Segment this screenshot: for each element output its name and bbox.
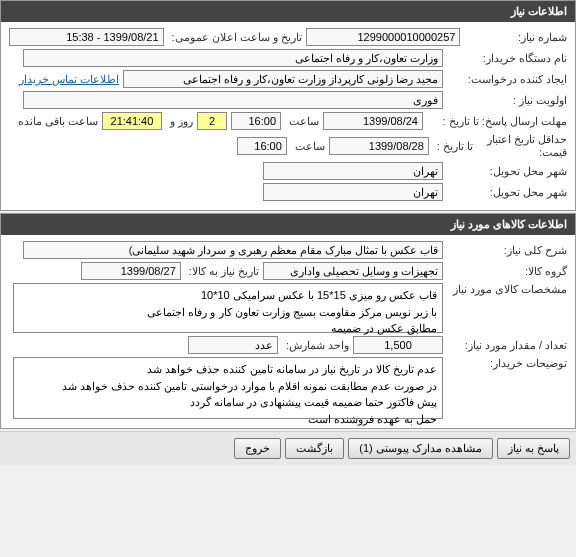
button-bar: پاسخ به نیاز مشاهده مدارک پیوستی (1) باز…: [0, 431, 576, 465]
desc-field: [23, 241, 443, 259]
group-field: [263, 262, 443, 280]
priority-field: [23, 91, 443, 109]
notes-field: عدم تاریخ کالا در تاریخ نیاز در سامانه ت…: [13, 357, 443, 419]
remaining-days-field: [197, 112, 227, 130]
view-docs-button[interactable]: مشاهده مدارک پیوستی (1): [348, 438, 493, 459]
notes-label: توضیحات خریدار:: [447, 357, 567, 370]
reply-button[interactable]: پاسخ به نیاز: [497, 438, 570, 459]
buyer-org-field: [23, 49, 443, 67]
spec-label: مشخصات کالای مورد نیاز: [447, 283, 567, 296]
qty-label: تعداد / مقدار مورد نیاز:: [447, 339, 567, 352]
validity-label: حداقل تاریخ اعتبار قیمت:: [477, 133, 567, 159]
deadline-date-field: [323, 112, 423, 130]
need-date-field: [81, 262, 181, 280]
requester-label: ایجاد کننده درخواست:: [447, 73, 567, 86]
announce-field: [9, 28, 164, 46]
exit-button[interactable]: خروج: [234, 438, 281, 459]
need-no-field: [306, 28, 461, 46]
goods-info-body: شرح کلی نیاز: گروه کالا: تاریخ نیاز به ک…: [1, 235, 575, 428]
back-button[interactable]: بازگشت: [285, 438, 344, 459]
unit-field: [188, 336, 278, 354]
time-label-1: ساعت: [285, 115, 319, 128]
need-no-label: شماره نیاز:: [464, 31, 567, 44]
announce-label: تاریخ و ساعت اعلان عمومی:: [168, 31, 302, 44]
contact-link[interactable]: اطلاعات تماس خریدار: [19, 73, 119, 86]
deadline-label: مهلت ارسال پاسخ: تا تاریخ :: [427, 115, 567, 128]
buyer-org-label: نام دستگاه خریدار:: [447, 52, 567, 65]
spec-field: قاب عکس رو میزی 15*15 با عکس سرامیکی 10*…: [13, 283, 443, 333]
remaining-time-field: [102, 112, 162, 130]
validity-label2: تا تاریخ :: [433, 140, 473, 153]
need-date-label: تاریخ نیاز به کالا:: [185, 265, 259, 278]
unit-label: واحد شمارش:: [282, 339, 349, 352]
validity-time-field: [237, 137, 287, 155]
delivery-city-field: [263, 162, 443, 180]
remaining-days-label: روز و: [166, 115, 193, 128]
delivery-city2-label: شهر محل تحویل:: [447, 186, 567, 199]
time-label-2: ساعت: [291, 140, 325, 153]
deadline-time-field: [231, 112, 281, 130]
goods-info-panel: اطلاعات کالاهای مورد نیاز شرح کلی نیاز: …: [0, 213, 576, 429]
qty-field: [353, 336, 443, 354]
requester-field: [123, 70, 443, 88]
validity-date-field: [329, 137, 429, 155]
remaining-suffix: ساعت باقی مانده: [14, 115, 98, 128]
desc-label: شرح کلی نیاز:: [447, 244, 567, 257]
priority-label: اولویت نیاز :: [447, 94, 567, 107]
delivery-city2-field: [263, 183, 443, 201]
group-label: گروه کالا:: [447, 265, 567, 278]
need-info-header: اطلاعات نیاز: [1, 1, 575, 22]
delivery-city-label: شهر محل تحویل:: [447, 165, 567, 178]
need-info-panel: اطلاعات نیاز شماره نیاز: تاریخ و ساعت اع…: [0, 0, 576, 211]
goods-info-header: اطلاعات کالاهای مورد نیاز: [1, 214, 575, 235]
need-info-body: شماره نیاز: تاریخ و ساعت اعلان عمومی: نا…: [1, 22, 575, 210]
